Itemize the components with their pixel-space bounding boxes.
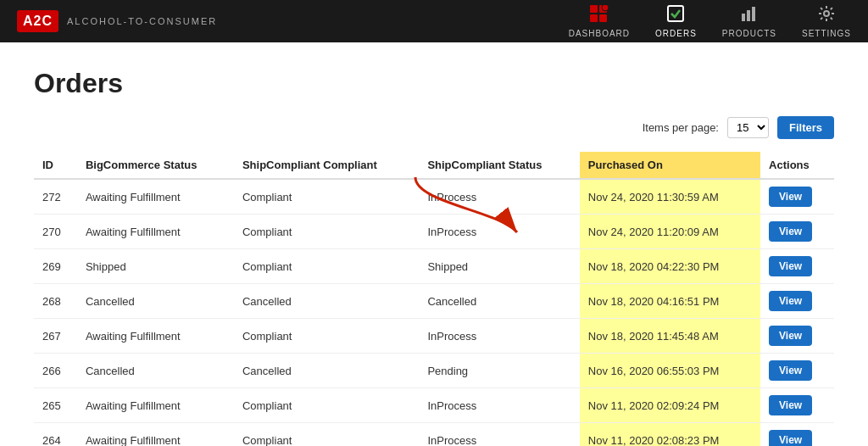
cell-bc-status: Awaiting Fulfillment xyxy=(77,319,234,354)
cell-sc-compliant: Compliant xyxy=(234,423,419,447)
col-header-sc-status: ShipCompliant Status xyxy=(419,152,579,179)
cell-id: 267 xyxy=(34,319,77,354)
header-row: ID BigCommerce Status ShipCompliant Comp… xyxy=(34,152,834,179)
table-header: ID BigCommerce Status ShipCompliant Comp… xyxy=(34,152,834,179)
cell-actions: View xyxy=(760,249,834,284)
table-row: 266CancelledCancelledPendingNov 16, 2020… xyxy=(34,354,834,388)
dashboard-icon xyxy=(590,5,609,26)
view-button[interactable]: View xyxy=(769,187,812,207)
cell-purchased-on: Nov 24, 2020 11:30:59 AM xyxy=(580,179,760,215)
cell-sc-compliant: Compliant xyxy=(234,388,419,423)
cell-bc-status: Awaiting Fulfillment xyxy=(77,388,234,423)
items-per-page-select[interactable]: 15 25 50 xyxy=(727,117,769,138)
page-title: Orders xyxy=(34,68,834,99)
orders-icon xyxy=(667,5,684,26)
main-nav: DASHBOARD ORDERS PRODUCTS xyxy=(569,5,851,38)
svg-rect-8 xyxy=(747,10,750,21)
cell-sc-compliant: Cancelled xyxy=(234,284,419,319)
nav-item-orders[interactable]: ORDERS xyxy=(655,5,697,38)
cell-purchased-on: Nov 18, 2020 04:22:30 PM xyxy=(580,249,760,284)
cell-bc-status: Shipped xyxy=(77,249,234,284)
svg-rect-0 xyxy=(590,5,598,13)
cell-id: 270 xyxy=(34,215,77,249)
table-row: 268CancelledCancelledCancelledNov 18, 20… xyxy=(34,284,834,319)
svg-rect-7 xyxy=(742,14,745,21)
cell-purchased-on: Nov 18, 2020 11:45:48 AM xyxy=(580,319,760,354)
svg-rect-9 xyxy=(752,7,755,21)
cell-sc-compliant: Cancelled xyxy=(234,354,419,388)
cell-sc-status: Shipped xyxy=(419,249,579,284)
svg-point-10 xyxy=(824,11,829,16)
svg-rect-6 xyxy=(668,6,683,21)
products-icon xyxy=(741,5,758,26)
cell-actions: View xyxy=(760,319,834,354)
col-header-sc-compliant: ShipCompliant Compliant xyxy=(234,152,419,179)
logo-box: A2C xyxy=(17,10,58,32)
cell-bc-status: Awaiting Fulfillment xyxy=(77,179,234,215)
nav-label-orders: ORDERS xyxy=(655,29,697,38)
cell-sc-compliant: Compliant xyxy=(234,319,419,354)
cell-bc-status: Cancelled xyxy=(77,284,234,319)
view-button[interactable]: View xyxy=(769,395,812,415)
table-body: 272Awaiting FulfillmentCompliantInProces… xyxy=(34,179,834,446)
nav-item-settings[interactable]: SETTINGS xyxy=(802,5,851,38)
cell-purchased-on: Nov 16, 2020 06:55:03 PM xyxy=(580,354,760,388)
table-row: 264Awaiting FulfillmentCompliantInProces… xyxy=(34,423,834,447)
cell-actions: View xyxy=(760,354,834,388)
col-header-id: ID xyxy=(34,152,77,179)
settings-icon xyxy=(818,5,835,26)
nav-item-products[interactable]: PRODUCTS xyxy=(722,5,776,38)
cell-id: 266 xyxy=(34,354,77,388)
view-button[interactable]: View xyxy=(769,326,812,346)
svg-rect-2 xyxy=(590,14,598,22)
table-row: 272Awaiting FulfillmentCompliantInProces… xyxy=(34,179,834,215)
cell-sc-compliant: Compliant xyxy=(234,215,419,249)
cell-sc-compliant: Compliant xyxy=(234,179,419,215)
col-header-bc-status: BigCommerce Status xyxy=(77,152,234,179)
cell-purchased-on: Nov 11, 2020 02:09:24 PM xyxy=(580,388,760,423)
cell-purchased-on: Nov 24, 2020 11:20:09 AM xyxy=(580,215,760,249)
controls-bar: Items per page: 15 25 50 Filters xyxy=(34,116,834,139)
svg-point-5 xyxy=(603,5,607,9)
cell-sc-status: Pending xyxy=(419,354,579,388)
view-button[interactable]: View xyxy=(769,430,812,446)
cell-bc-status: Awaiting Fulfillment xyxy=(77,215,234,249)
cell-bc-status: Awaiting Fulfillment xyxy=(77,423,234,447)
cell-id: 272 xyxy=(34,179,77,215)
items-per-page-label: Items per page: xyxy=(643,121,719,134)
view-button[interactable]: View xyxy=(769,360,812,381)
orders-table-wrapper: ID BigCommerce Status ShipCompliant Comp… xyxy=(34,152,834,446)
cell-sc-compliant: Compliant xyxy=(234,249,419,284)
header: A2C ALCOHOL-TO-CONSUMER DASHBOARD xyxy=(0,0,868,42)
cell-actions: View xyxy=(760,179,834,215)
cell-sc-status: InProcess xyxy=(419,423,579,447)
cell-id: 265 xyxy=(34,388,77,423)
table-row: 270Awaiting FulfillmentCompliantInProces… xyxy=(34,215,834,249)
view-button[interactable]: View xyxy=(769,291,812,311)
cell-purchased-on: Nov 11, 2020 02:08:23 PM xyxy=(580,423,760,447)
col-header-purchased-on: Purchased On xyxy=(580,152,760,179)
table-row: 265Awaiting FulfillmentCompliantInProces… xyxy=(34,388,834,423)
nav-label-settings: SETTINGS xyxy=(802,29,851,38)
col-header-actions: Actions xyxy=(760,152,834,179)
cell-id: 269 xyxy=(34,249,77,284)
orders-table: ID BigCommerce Status ShipCompliant Comp… xyxy=(34,152,834,446)
filters-button[interactable]: Filters xyxy=(777,116,834,139)
view-button[interactable]: View xyxy=(769,221,812,242)
cell-actions: View xyxy=(760,215,834,249)
table-row: 269ShippedCompliantShippedNov 18, 2020 0… xyxy=(34,249,834,284)
cell-purchased-on: Nov 18, 2020 04:16:51 PM xyxy=(580,284,760,319)
main-content: Orders Items per page: 15 25 50 Filters … xyxy=(0,42,868,446)
cell-sc-status: Cancelled xyxy=(419,284,579,319)
nav-item-dashboard[interactable]: DASHBOARD xyxy=(569,5,630,38)
logo-subtitle: ALCOHOL-TO-CONSUMER xyxy=(67,16,217,26)
cell-bc-status: Cancelled xyxy=(77,354,234,388)
nav-label-products: PRODUCTS xyxy=(722,29,776,38)
cell-id: 264 xyxy=(34,423,77,447)
cell-sc-status: InProcess xyxy=(419,179,579,215)
cell-actions: View xyxy=(760,284,834,319)
cell-actions: View xyxy=(760,388,834,423)
view-button[interactable]: View xyxy=(769,256,812,276)
cell-id: 268 xyxy=(34,284,77,319)
cell-sc-status: InProcess xyxy=(419,319,579,354)
